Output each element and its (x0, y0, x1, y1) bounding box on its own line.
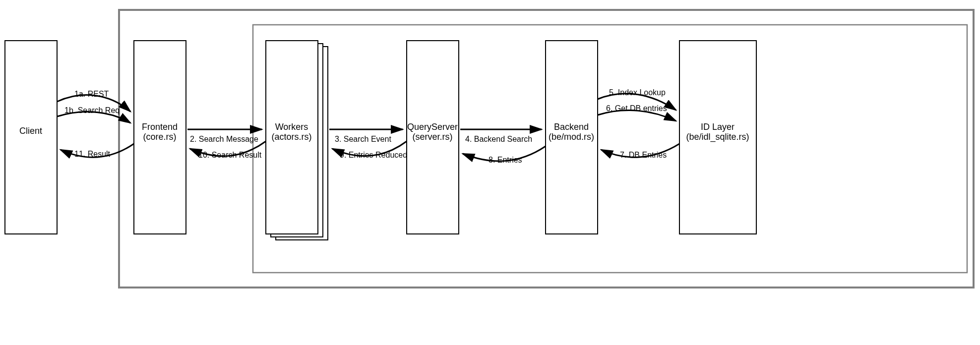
edge-6-label: 6. Get DB entries (606, 104, 667, 113)
edge-3-label: 3. Search Event (335, 135, 391, 143)
edge-2-label: 2. Search Message (190, 135, 258, 143)
workers-node: Workers (actors.rs) (266, 41, 328, 240)
edge-10-label: 10. Search Result (198, 151, 262, 159)
queryserver-title: QueryServer (407, 122, 458, 132)
edge-4-label: 4. Backend Search (465, 135, 532, 143)
client-title: Client (19, 126, 42, 136)
idlayer-title: ID Layer (701, 122, 735, 132)
frontend-title: Frontend (142, 122, 178, 132)
edge-11-label: 11. Result (74, 150, 111, 158)
frontend-subtitle: (core.rs) (143, 132, 177, 142)
edge-7-label: 7. DB Entries (620, 151, 667, 159)
client-node: Client (5, 41, 57, 234)
workers-subtitle: (actors.rs) (272, 132, 312, 142)
workers-title: Workers (275, 122, 308, 132)
backend-node: Backend (be/mod.rs) (546, 41, 598, 234)
queryserver-node: QueryServer (server.rs) (407, 41, 459, 234)
idlayer-subtitle: (be/idl_sqlite.rs) (686, 132, 749, 142)
inner-container (253, 25, 967, 273)
edge-8-label: 8. Entries (489, 156, 522, 164)
queryserver-subtitle: (server.rs) (413, 132, 453, 142)
backend-subtitle: (be/mod.rs) (549, 132, 594, 142)
edge-5-label: 5. Index Lookup (609, 88, 666, 97)
idlayer-node: ID Layer (be/idl_sqlite.rs) (679, 41, 756, 234)
edge-1b-label: 1b. Search Req (64, 106, 120, 115)
frontend-node: Frontend (core.rs) (134, 41, 186, 234)
edge-1a-label: 1a. REST (74, 90, 109, 98)
edge-9-label: 9. Entries Reduced (340, 151, 407, 159)
svg-rect-0 (5, 41, 57, 234)
backend-title: Backend (554, 122, 589, 132)
